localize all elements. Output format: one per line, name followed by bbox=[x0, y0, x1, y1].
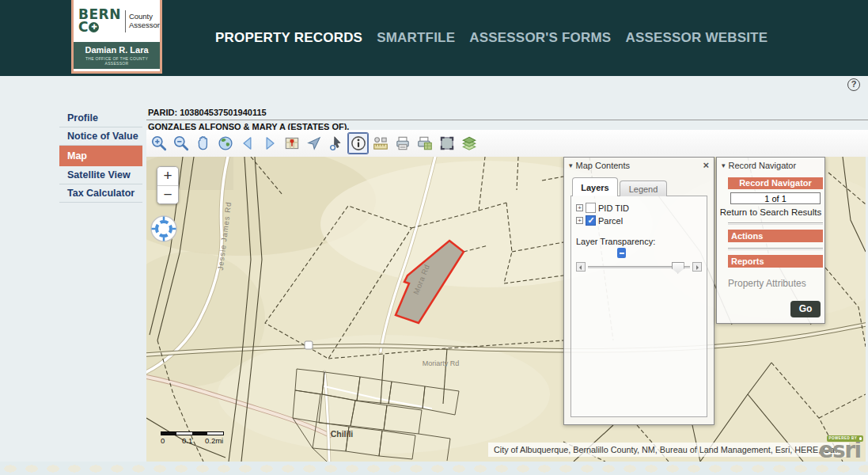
measure-icon[interactable] bbox=[370, 133, 390, 154]
layers-tab-content: PID TID Parcel Layer Transparency: bbox=[570, 196, 707, 417]
map-contents-tabs: Layers Legend bbox=[572, 177, 714, 196]
assessor-name: Damian R. Lara bbox=[74, 45, 160, 55]
transparency-indicator-icon bbox=[617, 248, 626, 258]
go-button[interactable]: Go bbox=[790, 301, 821, 317]
record-navigator-title: Record Navigator bbox=[729, 161, 820, 170]
map-toolbar bbox=[146, 130, 868, 157]
logo-divider bbox=[125, 10, 126, 32]
road-label-moriarty: Moriarty Rd bbox=[423, 359, 460, 367]
tab-legend[interactable]: Legend bbox=[620, 180, 667, 196]
zia-sun-icon: ✚ bbox=[89, 22, 99, 32]
layer-row-parcel: Parcel bbox=[576, 215, 702, 226]
header: BERN C ✚ County Assessor Damian R. Lara … bbox=[0, 0, 868, 76]
logo-top: BERN C ✚ County Assessor bbox=[74, 0, 160, 42]
layer-label-parcel: Parcel bbox=[598, 216, 623, 226]
map-viewport[interactable]: Jessie James Rd Mora Rd Moriarty Rd Chil… bbox=[146, 157, 866, 462]
full-extent-globe-icon[interactable] bbox=[215, 133, 235, 154]
header-rule bbox=[146, 120, 868, 120]
help-icon[interactable]: ? bbox=[847, 78, 860, 91]
scale-tick-0: 0 bbox=[161, 436, 165, 445]
slider-thumb[interactable] bbox=[672, 262, 684, 274]
nav-assessor-website[interactable]: ASSESSOR WEBSITE bbox=[625, 30, 768, 46]
map-contents-title: Map Contents bbox=[576, 161, 703, 170]
slider-left-arrow[interactable] bbox=[576, 262, 586, 272]
sidebar-item-map[interactable]: Map bbox=[59, 146, 142, 166]
pid-tid-checkbox[interactable] bbox=[586, 203, 596, 213]
record-navigator-titlebar[interactable]: ▾ Record Navigator bbox=[717, 158, 824, 173]
record-navigator-header-bar[interactable]: Record Navigator bbox=[728, 177, 823, 189]
previous-extent-icon[interactable] bbox=[237, 133, 257, 154]
transparency-label: Layer Transparency: bbox=[576, 237, 702, 246]
parcel-checkbox[interactable] bbox=[586, 215, 596, 226]
map-contents-panel: ▾ Map Contents × Layers Legend PID TID P… bbox=[563, 157, 714, 425]
zoom-out-button[interactable]: − bbox=[157, 185, 178, 203]
parid-text: PARID: 103804537501940115 bbox=[148, 108, 267, 117]
property-attributes-link[interactable]: Property Attributes bbox=[728, 278, 824, 289]
next-extent-icon[interactable] bbox=[260, 133, 279, 154]
expand-icon[interactable] bbox=[576, 204, 583, 211]
scale-bar: 0 0.1 0.2mi bbox=[161, 431, 248, 445]
identify-icon[interactable] bbox=[348, 133, 368, 154]
slider-track[interactable] bbox=[588, 266, 690, 268]
collapse-icon[interactable]: ▾ bbox=[569, 162, 573, 169]
print-icon[interactable] bbox=[392, 133, 412, 154]
esri-wordmark: esri bbox=[815, 441, 864, 460]
scale-tick-2: 0.2mi bbox=[205, 436, 223, 445]
nav-assessors-forms[interactable]: ASSESSOR'S FORMS bbox=[469, 30, 611, 46]
select-cursor-icon[interactable] bbox=[326, 133, 346, 154]
highway-shield-icon bbox=[305, 341, 313, 349]
pan-icon[interactable] bbox=[193, 133, 213, 154]
collapse-icon[interactable]: ▾ bbox=[722, 162, 726, 169]
reports-section-bar[interactable]: Reports bbox=[728, 255, 823, 268]
layers-icon[interactable] bbox=[459, 133, 479, 154]
tab-layers[interactable]: Layers bbox=[572, 177, 618, 196]
scale-bar-segments bbox=[161, 431, 224, 435]
divider bbox=[728, 248, 823, 250]
logo-line2: C bbox=[78, 21, 88, 33]
zoom-in-button[interactable]: + bbox=[157, 167, 178, 185]
town-label-chilili: Chilili bbox=[331, 429, 354, 439]
powered-by-badge: POWERED BY bbox=[827, 435, 864, 442]
zoom-control: + − bbox=[157, 166, 179, 204]
return-to-search-link[interactable]: Return to Search Results bbox=[717, 207, 824, 217]
scale-tick-1: 0.1 bbox=[182, 436, 192, 445]
sidebar-item-profile[interactable]: Profile bbox=[59, 109, 142, 127]
zoom-out-icon[interactable] bbox=[171, 133, 191, 154]
layer-label-pid-tid: PID TID bbox=[598, 203, 629, 213]
nav-property-records[interactable]: PROPERTY RECORDS bbox=[215, 30, 362, 46]
locate-dart-icon[interactable] bbox=[304, 133, 324, 154]
transparency-slider bbox=[576, 262, 702, 272]
sidebar-item-tax-calculator[interactable]: Tax Calculator bbox=[59, 184, 142, 203]
print-map-icon[interactable] bbox=[415, 133, 434, 154]
esri-logo: POWERED BY esri bbox=[815, 428, 864, 460]
slider-right-arrow[interactable] bbox=[692, 262, 702, 272]
layer-row-pid-tid: PID TID bbox=[576, 203, 702, 213]
close-icon[interactable]: × bbox=[703, 160, 709, 170]
assessor-tagline: THE OFFICE OF THE COUNTY ASSESSOR bbox=[74, 56, 160, 66]
zoom-to-extent-icon[interactable] bbox=[437, 133, 457, 154]
logo-sub1: County bbox=[129, 13, 160, 21]
page: BERN C ✚ County Assessor Damian R. Lara … bbox=[0, 0, 868, 475]
county-logo: BERN C ✚ County Assessor Damian R. Lara … bbox=[71, 0, 162, 74]
record-position-input[interactable] bbox=[730, 192, 821, 204]
record-navigator-panel: ▾ Record Navigator Record Navigator Retu… bbox=[716, 157, 825, 324]
sidebar-item-satellite-view[interactable]: Satellite View bbox=[59, 166, 142, 184]
expand-icon[interactable] bbox=[576, 217, 583, 224]
nav-smartfile[interactable]: SMARTFILE bbox=[377, 30, 455, 46]
actions-section-bar[interactable]: Actions bbox=[728, 230, 823, 242]
top-nav: PROPERTY RECORDS SMARTFILE ASSESSOR'S FO… bbox=[215, 30, 768, 46]
sidebar: Profile Notice of Value Map Satellite Vi… bbox=[59, 109, 142, 203]
map-contents-titlebar[interactable]: ▾ Map Contents × bbox=[564, 158, 714, 173]
zoom-in-icon[interactable] bbox=[149, 133, 169, 154]
overview-map-icon[interactable] bbox=[282, 133, 301, 154]
sidebar-item-notice-of-value[interactable]: Notice of Value bbox=[59, 127, 142, 146]
logo-sub2: Assessor bbox=[129, 21, 160, 30]
divider bbox=[728, 222, 823, 225]
map-attribution: City of Albuquerque, Bernalillo County, … bbox=[488, 443, 849, 457]
locate-compass-button[interactable] bbox=[149, 214, 179, 244]
footer-pattern-strip bbox=[0, 462, 868, 475]
